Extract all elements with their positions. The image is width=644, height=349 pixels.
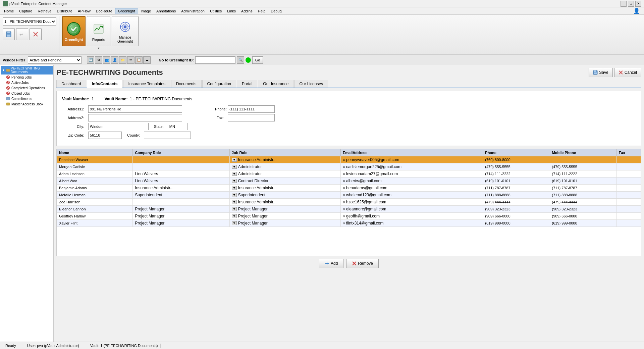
menu-utilities[interactable]: Utilities xyxy=(207,8,224,14)
sidebar-item-pending-jobs[interactable]: X Pending Jobs xyxy=(1,74,53,80)
filter-icon-5[interactable]: ✏ xyxy=(127,56,135,64)
svg-rect-27 xyxy=(594,70,596,72)
dropdown-arrow[interactable]: ▼ xyxy=(232,158,237,162)
table-row[interactable]: Penelope Weaver▼Insurance Administr...✉p… xyxy=(57,156,641,163)
dropdown-arrow[interactable]: ▼ xyxy=(232,193,237,197)
sidebar-item-active-jobs[interactable]: X Active Jobs xyxy=(1,80,53,85)
menu-debug[interactable]: Debug xyxy=(268,8,284,14)
phone-input[interactable] xyxy=(228,105,275,113)
address1-input[interactable] xyxy=(88,105,182,113)
minimize-btn[interactable]: — xyxy=(621,1,627,7)
sidebar-item-master-address[interactable]: Master Address Book xyxy=(1,101,53,107)
sidebar-item-pe-techwriting[interactable]: ▼ PE-TECHWRITING Documents xyxy=(1,66,53,74)
window-controls[interactable]: — □ ✕ xyxy=(621,1,641,7)
manage-greenlight-large-btn[interactable]: Manage Greenlight xyxy=(112,16,139,46)
filter-dropdown[interactable]: Active and Pending All Active Only Pendi… xyxy=(28,56,82,64)
tab-dashboard[interactable]: Dashboard xyxy=(56,80,86,88)
goto-input[interactable] xyxy=(195,56,235,64)
cell-email: ✉geoffh@gmail.com xyxy=(340,213,483,220)
add-contact-button[interactable]: Add xyxy=(319,259,343,268)
filter-icon-1[interactable]: ⚙ xyxy=(95,56,102,64)
filter-icon-7[interactable]: ☁ xyxy=(143,56,151,64)
table-row[interactable]: Eleanor CannonProject Manager▼Project Ma… xyxy=(57,206,641,213)
save-button[interactable]: Save xyxy=(589,68,612,77)
reports-dropdown-arrow[interactable]: ▼ xyxy=(97,47,100,50)
menu-retrieve[interactable]: Retrieve xyxy=(35,8,54,14)
menu-distribute[interactable]: Distribute xyxy=(54,8,75,14)
close-btn[interactable]: ✕ xyxy=(635,1,641,7)
email-text: hzoe1625@gmail.com xyxy=(346,200,386,204)
dropdown-arrow[interactable]: ▼ xyxy=(232,200,237,204)
menu-image[interactable]: Image xyxy=(138,8,154,14)
table-row[interactable]: Adam LevinsonLien Waivers▼Administrator✉… xyxy=(57,170,641,178)
dropdown-arrow[interactable]: ▼ xyxy=(232,179,237,183)
filter-icon-4[interactable]: 📁 xyxy=(119,56,126,64)
dropdown-arrow[interactable]: ▼ xyxy=(232,207,237,211)
zip-input[interactable] xyxy=(88,132,122,139)
company-role-dropdown-cell: Lien Waivers xyxy=(135,171,227,176)
menu-help[interactable]: Help xyxy=(255,8,268,14)
cell-company-role: Project Manager xyxy=(133,220,229,227)
dropdown-arrow[interactable]: ▼ xyxy=(232,221,237,225)
table-row[interactable]: Zoe Harrison▼Insurance Administr...✉hzoe… xyxy=(57,199,641,206)
address2-input[interactable] xyxy=(88,114,182,121)
table-row[interactable]: Xavier FlintProject Manager▼Project Mana… xyxy=(57,220,641,227)
undo-toolbar-btn[interactable]: ↩ xyxy=(16,28,28,40)
menu-annotations[interactable]: Annotations xyxy=(154,8,178,14)
table-row[interactable]: Albert WooLien Waivers▼Contract Director… xyxy=(57,178,641,185)
filter-icon-2[interactable]: 👥 xyxy=(103,56,110,64)
city-input[interactable] xyxy=(88,123,149,130)
goto-search-icon[interactable]: 🔍 xyxy=(237,56,244,64)
info-contacts-form: Vault Number: 1 Vault Name: 1 - PE-TECHW… xyxy=(56,91,641,146)
menu-apflow[interactable]: APFlow xyxy=(75,8,93,14)
menu-links[interactable]: Links xyxy=(224,8,238,14)
tab-our-licenses[interactable]: Our Licenses xyxy=(294,80,328,88)
remove-contact-button[interactable]: Remove xyxy=(346,259,379,268)
menu-docroute[interactable]: DocRoute xyxy=(93,8,115,14)
email-icon: ✉ xyxy=(343,208,345,211)
refresh-icon[interactable]: 🔄 xyxy=(87,56,94,64)
menu-administration[interactable]: Administration xyxy=(178,8,207,14)
content-area: PE-TECHWRITING Documents Save Cancel Das… xyxy=(54,65,644,342)
table-row[interactable]: Geoffrey HarlowProject Manager▼Project M… xyxy=(57,213,641,220)
cancel-toolbar-btn[interactable] xyxy=(30,28,42,40)
sidebar-item-commitments[interactable]: Commitments xyxy=(1,96,53,101)
filter-icon-3[interactable]: 👤 xyxy=(111,56,118,64)
reports-large-btn[interactable]: Reports xyxy=(87,16,110,46)
tab-configuration[interactable]: Configuration xyxy=(202,80,236,88)
menu-addins[interactable]: Addins xyxy=(238,8,255,14)
cancel-icon xyxy=(619,70,623,75)
document-dropdown[interactable]: 1 - PE-TECHWRITING Documer... xyxy=(3,17,56,26)
menu-capture[interactable]: Capture xyxy=(16,8,35,14)
county-input[interactable] xyxy=(144,132,191,139)
save-toolbar-btn[interactable] xyxy=(3,28,15,40)
fax-input[interactable] xyxy=(228,114,275,121)
sidebar-item-completed-ops[interactable]: X Completed Operations xyxy=(1,85,53,91)
cancel-button[interactable]: Cancel xyxy=(614,68,641,77)
tab-portal[interactable]: Portal xyxy=(237,80,257,88)
header-action-buttons: Save Cancel xyxy=(589,68,641,77)
col-email: EmailAddress xyxy=(340,149,483,156)
table-row[interactable]: Morgan Carlisle▼Administrator✉carlislemo… xyxy=(57,163,641,170)
sidebar-item-closed-jobs[interactable]: X Closed Jobs xyxy=(1,91,53,96)
filter-icon-6[interactable]: 📋 xyxy=(135,56,143,64)
go-button[interactable]: Go xyxy=(252,56,263,64)
tab-insurance-templates[interactable]: Insurance Templates xyxy=(123,80,170,88)
maximize-btn[interactable]: □ xyxy=(628,1,634,7)
table-row[interactable]: Melville HermanSuperintendent▼Superinten… xyxy=(57,192,641,199)
dropdown-arrow[interactable]: ▼ xyxy=(232,186,237,190)
dropdown-arrow[interactable]: ▼ xyxy=(232,172,237,176)
email-icon: ✉ xyxy=(343,165,345,169)
greenlight-large-btn[interactable]: Greenlight xyxy=(62,16,86,46)
menu-greenlight[interactable]: Greenlight xyxy=(115,8,138,14)
tab-our-insurance[interactable]: Our Insurance xyxy=(258,80,293,88)
table-row[interactable]: Benjamin AdamsInsurance Administr...▼Ins… xyxy=(57,185,641,192)
cell-email: ✉hzoe1625@gmail.com xyxy=(340,199,483,206)
menu-home[interactable]: Home xyxy=(1,8,16,14)
dropdown-arrow[interactable]: ▼ xyxy=(232,214,237,218)
email-text: whalemd123@gmail.com xyxy=(346,193,391,197)
tab-info-contacts[interactable]: Info/Contacts xyxy=(87,80,123,88)
tab-documents[interactable]: Documents xyxy=(171,80,202,88)
dropdown-arrow[interactable]: ▼ xyxy=(232,165,237,169)
state-input[interactable] xyxy=(168,123,188,130)
